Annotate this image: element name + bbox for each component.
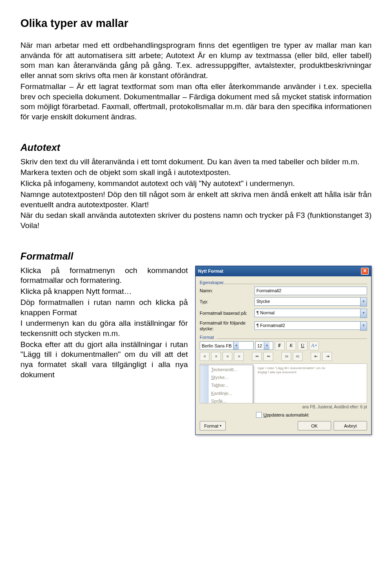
align-left-button[interactable]: ≡ xyxy=(200,352,209,361)
chevron-down-icon: ▾ xyxy=(315,344,317,347)
dialog-titlebar[interactable]: Nytt Format ✕ xyxy=(196,266,371,276)
autotext-p2: Markera texten och de objekt som skall i… xyxy=(20,168,372,178)
formatmall-p1: Klicka på formatmenyn och kommandot form… xyxy=(20,266,188,286)
based-on-value: ¶ Normal xyxy=(254,309,360,317)
group-properties-label: Egenskaper xyxy=(200,280,367,285)
menu-language[interactable]: Språk... xyxy=(200,397,253,403)
menu-tabs[interactable]: Tabbar... xyxy=(200,381,253,389)
font-combobox[interactable]: Berlin Sans FB ▼ xyxy=(200,341,254,350)
intro-paragraph-1: När man arbetar med ett ordbehandlingspr… xyxy=(20,40,372,81)
preview-hint-2: ängligt i alla nya dokument xyxy=(258,370,364,374)
dialog-title-text: Nytt Format xyxy=(198,268,223,274)
chevron-down-icon[interactable]: ▼ xyxy=(264,342,270,349)
label-next-style: Formatmall för följande stycke: xyxy=(200,320,252,332)
size-combobox[interactable]: 12 ▼ xyxy=(255,341,273,350)
italic-button[interactable]: K xyxy=(286,341,296,350)
menu-font[interactable]: Teckensnitt... xyxy=(200,366,253,374)
align-center-button[interactable]: ≡ xyxy=(211,352,221,361)
format-dropdown-button[interactable]: Format ▾ xyxy=(200,421,226,430)
format-button-label: Format xyxy=(204,423,218,429)
format-submenu: Teckensnitt... Stycke... Tabbar... Kantl… xyxy=(200,365,253,403)
based-on-combobox[interactable]: ¶ Normal ▼ xyxy=(254,309,367,318)
autotext-p4: Namnge autotextposten! Döp den till någo… xyxy=(20,190,372,210)
chevron-down-icon[interactable]: ▼ xyxy=(360,309,367,318)
group-format-label: Format xyxy=(200,334,367,340)
intro-paragraph-2: Formatmallar – Är ett lagrat textformat … xyxy=(20,82,372,122)
autotext-p3: Klicka på infogameny, kommandot autotext… xyxy=(20,179,372,189)
chevron-down-icon: ▾ xyxy=(220,424,221,428)
line-spacing-1-button[interactable]: ═ xyxy=(252,352,262,361)
name-input[interactable]: Formatmall2 xyxy=(254,287,367,295)
spacing-before-button[interactable]: ↕≡ xyxy=(281,352,291,361)
bold-button[interactable]: F xyxy=(275,341,285,350)
next-style-combobox[interactable]: ¶ Formatmall2 ▼ xyxy=(254,321,367,331)
new-style-dialog: Nytt Format ✕ Egenskaper Namn: Formatmal… xyxy=(195,266,372,435)
section-formatmall-heading: Formatmall xyxy=(20,250,372,262)
formatmall-p5: Bocka efter att du gjort alla inställnin… xyxy=(20,340,188,380)
auto-update-label: Uppdatera automatiskt xyxy=(263,412,309,418)
auto-update-checkbox[interactable] xyxy=(256,412,262,418)
chevron-down-icon[interactable]: ▼ xyxy=(360,297,367,307)
chevron-down-icon[interactable]: ▼ xyxy=(233,342,239,349)
cancel-button[interactable]: Avbryt xyxy=(334,421,367,430)
formatmall-p2: Klicka på knappen Nytt format… xyxy=(20,287,188,297)
preview-hint-1: ngar i rutan "Lägg till i dokumentmallen… xyxy=(258,366,364,370)
formatmall-p4: I undermenyn kan du göra alla inställnin… xyxy=(20,318,188,338)
chevron-down-icon[interactable]: ▼ xyxy=(360,321,367,331)
font-color-a: A xyxy=(311,343,315,349)
next-style-value: ¶ Formatmall2 xyxy=(254,321,360,330)
spacing-after-button[interactable]: ≡↕ xyxy=(293,352,303,361)
label-type: Typ: xyxy=(200,299,252,305)
section-autotext-heading: Autotext xyxy=(20,141,372,154)
font-value: Berlin Sans FB xyxy=(200,343,233,349)
type-value: Stycke xyxy=(254,297,360,306)
indent-increase-button[interactable]: ⇥ xyxy=(322,352,332,361)
style-description: ans FB, Justerat, Avstånd efter: 6 pt xyxy=(200,404,367,410)
close-icon[interactable]: ✕ xyxy=(361,268,369,275)
menu-paragraph[interactable]: Stycke... xyxy=(200,374,253,381)
formatmall-p3: Döp formatmallen i rutan namn och klicka… xyxy=(20,298,188,318)
font-color-button[interactable]: A ▾ xyxy=(309,341,319,350)
format-preview: ngar i rutan "Lägg till i dokumentmallen… xyxy=(200,363,367,403)
page-title: Olika typer av mallar xyxy=(20,16,372,31)
ok-button[interactable]: OK xyxy=(298,421,331,430)
line-spacing-2-button[interactable]: ═ xyxy=(263,352,273,361)
autotext-p1: Skriv den text du vill återanvända i ett… xyxy=(20,157,372,167)
align-right-button[interactable]: ≡ xyxy=(223,352,232,361)
align-justify-button[interactable]: ≡ xyxy=(234,352,244,361)
autotext-p5: När du sedan skall använda autotexten sk… xyxy=(20,211,372,231)
indent-decrease-button[interactable]: ⇤ xyxy=(311,352,321,361)
label-based-on: Formatmall baserad på: xyxy=(200,310,252,316)
underline-button[interactable]: U xyxy=(298,341,307,350)
menu-borders[interactable]: Kantlinje... xyxy=(200,390,253,397)
size-value: 12 xyxy=(256,343,264,349)
type-combobox[interactable]: Stycke ▼ xyxy=(254,297,367,307)
label-name: Namn: xyxy=(200,288,252,293)
